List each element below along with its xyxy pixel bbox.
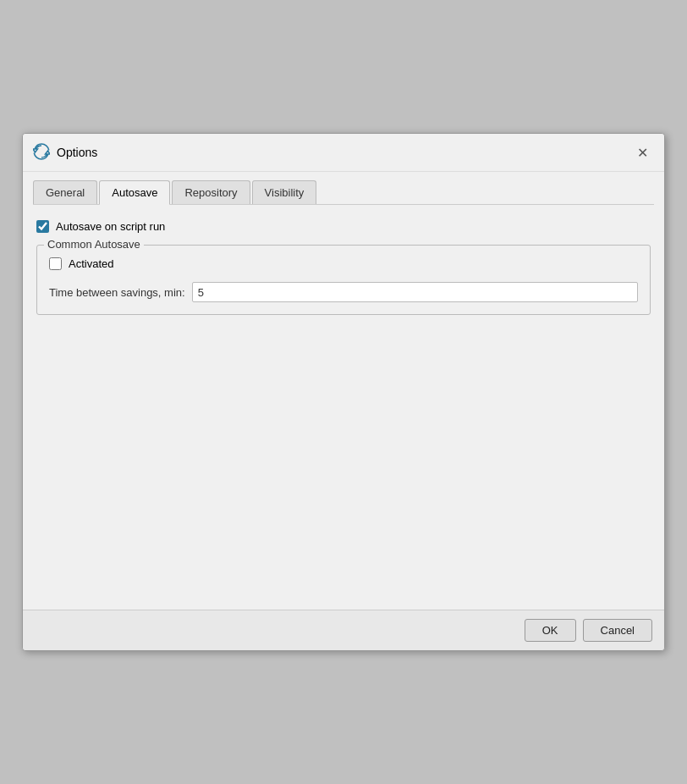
title-bar-left: Options [33, 143, 97, 163]
tab-repository[interactable]: Repository [172, 180, 250, 204]
activated-row: Activated [49, 257, 638, 270]
dialog-title: Options [57, 146, 97, 159]
tab-general[interactable]: General [33, 180, 97, 204]
app-icon [33, 143, 50, 163]
time-between-savings-row: Time between savings, min: [49, 282, 638, 302]
tab-bar: General Autosave Repository Visibility [33, 180, 654, 205]
options-dialog: Options ✕ General Autosave Repository Vi… [22, 133, 665, 651]
autosave-on-script-run-row: Autosave on script run [36, 220, 651, 233]
tab-autosave[interactable]: Autosave [99, 180, 170, 205]
common-autosave-group: Common Autosave Activated Time between s… [36, 245, 651, 315]
ok-button[interactable]: OK [525, 619, 576, 642]
dialog-body: General Autosave Repository Visibility A… [23, 172, 664, 610]
autosave-on-script-run-checkbox[interactable] [36, 220, 49, 233]
activated-label: Activated [69, 257, 113, 270]
content-spacer [36, 325, 651, 596]
autosave-on-script-run-label: Autosave on script run [56, 220, 165, 233]
tab-visibility[interactable]: Visibility [252, 180, 317, 204]
dialog-footer: OK Cancel [23, 610, 664, 650]
title-bar: Options ✕ [23, 134, 664, 172]
autosave-tab-content: Autosave on script run Common Autosave A… [33, 215, 654, 601]
cancel-button[interactable]: Cancel [583, 619, 652, 642]
time-between-savings-label: Time between savings, min: [49, 286, 185, 299]
close-button[interactable]: ✕ [630, 141, 654, 164]
activated-checkbox[interactable] [49, 257, 62, 270]
common-autosave-legend: Common Autosave [44, 238, 144, 251]
time-between-savings-input[interactable] [192, 282, 638, 302]
